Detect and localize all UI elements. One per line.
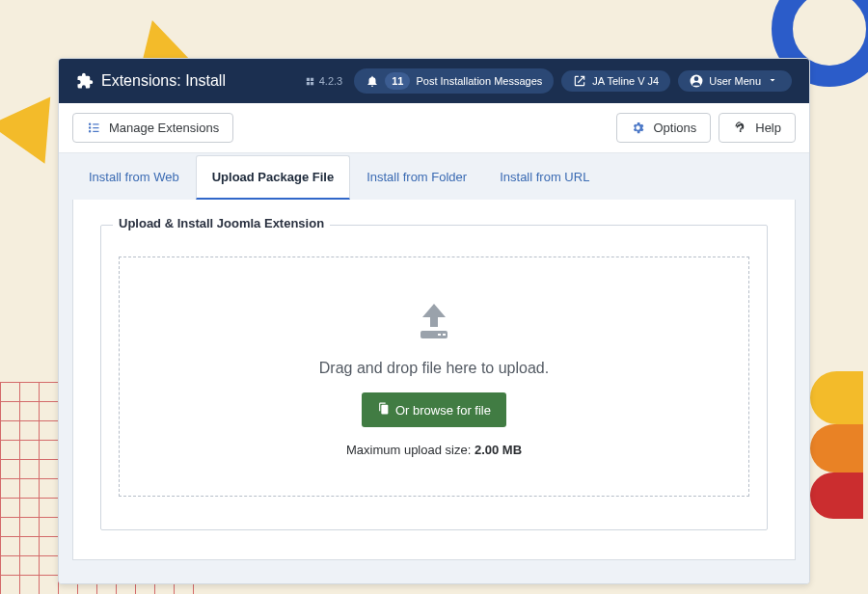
chevron-down-icon [767, 74, 780, 88]
gear-icon [631, 121, 645, 135]
bell-icon [366, 74, 379, 88]
drop-instruction: Drag and drop file here to upload. [319, 360, 549, 377]
question-icon: ? [733, 121, 747, 135]
content-body: Install from Web Upload Package File Ins… [59, 153, 809, 583]
help-button[interactable]: ? Help [719, 113, 796, 143]
svg-point-1 [90, 123, 91, 124]
joomla-icon [305, 76, 315, 87]
version-number: 4.2.3 [319, 75, 342, 87]
help-label: Help [755, 121, 781, 135]
svg-text:?: ? [738, 122, 745, 134]
browse-file-button[interactable]: Or browse for file [362, 392, 506, 427]
tab-content: Upload & Install Joomla Extension Drag a… [72, 200, 796, 560]
max-upload-prefix: Maximum upload size: [346, 443, 475, 457]
svg-rect-10 [443, 334, 446, 336]
page-title: Extensions: Install [101, 72, 226, 90]
tab-upload-package-file[interactable]: Upload Package File [196, 155, 350, 200]
user-icon [690, 74, 703, 88]
puzzle-icon [76, 72, 94, 90]
post-install-label: Post Installation Messages [416, 75, 542, 87]
decoration-semi-red [810, 472, 863, 519]
browse-label: Or browse for file [395, 403, 491, 418]
site-link-button[interactable]: JA Teline V J4 [561, 70, 670, 92]
site-name-label: JA Teline V J4 [592, 75, 659, 87]
manage-extensions-label: Manage Extensions [109, 121, 219, 135]
list-icon [87, 121, 101, 135]
upload-fieldset: Upload & Install Joomla Extension Drag a… [100, 225, 768, 530]
fieldset-legend: Upload & Install Joomla Extension [113, 216, 330, 230]
options-button[interactable]: Options [616, 113, 711, 143]
svg-rect-9 [438, 334, 441, 336]
titlebar: Extensions: Install 4.2.3 11 Post Instal… [59, 59, 809, 103]
upload-icon [411, 302, 457, 344]
post-install-messages-button[interactable]: 11 Post Installation Messages [354, 68, 554, 94]
notification-count: 11 [385, 72, 410, 90]
copy-icon [377, 402, 390, 418]
tab-install-from-url[interactable]: Install from URL [483, 155, 606, 200]
toolbar: Manage Extensions Options ? Help [59, 103, 809, 153]
options-label: Options [653, 121, 696, 135]
svg-point-3 [90, 131, 91, 132]
manage-extensions-button[interactable]: Manage Extensions [72, 113, 233, 143]
tab-install-from-web[interactable]: Install from Web [72, 155, 196, 200]
version-label: 4.2.3 [305, 75, 342, 87]
max-upload-size: 2.00 MB [475, 443, 522, 457]
user-menu-button[interactable]: User Menu [678, 70, 792, 92]
user-menu-label: User Menu [709, 75, 761, 87]
dropzone[interactable]: Drag and drop file here to upload. Or br… [119, 256, 749, 497]
svg-point-2 [90, 127, 91, 128]
decoration-semi-orange [810, 424, 863, 472]
tab-install-from-folder[interactable]: Install from Folder [350, 155, 483, 200]
max-upload-text: Maximum upload size: 2.00 MB [346, 443, 522, 457]
admin-window: Extensions: Install 4.2.3 11 Post Instal… [58, 58, 810, 584]
install-tabs: Install from Web Upload Package File Ins… [72, 153, 796, 200]
external-link-icon [573, 74, 586, 88]
decoration-semi-yellow [810, 371, 863, 424]
